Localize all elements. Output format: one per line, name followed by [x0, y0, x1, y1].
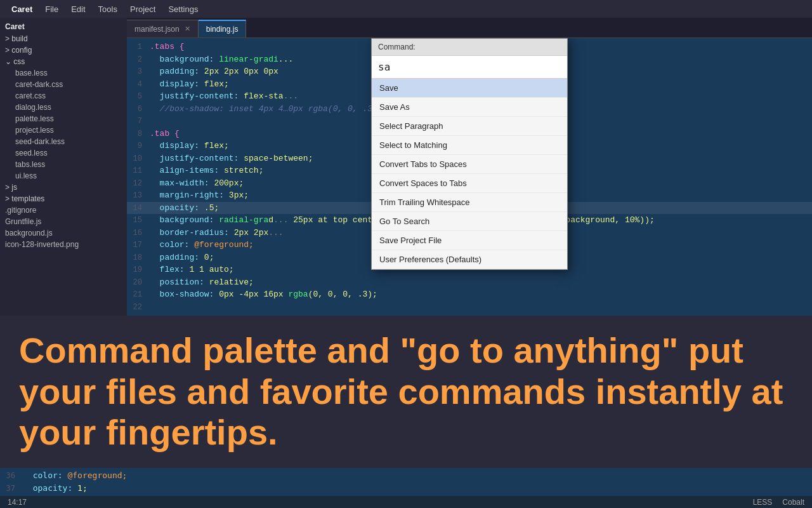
code-line-21: 21 box-shadow: 0px -4px 16px rgba(0, 0, …	[127, 288, 812, 301]
tab-label: binding.js	[206, 25, 239, 34]
sidebar-item-project-less[interactable]: project.less	[0, 124, 127, 136]
sidebar-item-base-less[interactable]: base.less	[0, 67, 127, 79]
sidebar-item-gruntfile[interactable]: Gruntfile.js	[0, 216, 127, 227]
sidebar-item-tabs-less[interactable]: tabs.less	[0, 159, 127, 170]
promo-section: Command palette and "go to anything" put…	[0, 316, 812, 468]
bottom-code-line-37: 37 opacity: 1;	[0, 482, 812, 495]
sidebar-item-ui-less[interactable]: ui.less	[0, 170, 127, 182]
cmd-item-go-to-search[interactable]: Go To Search	[372, 212, 567, 231]
command-palette[interactable]: Command: sa Save Save As Select Paragrap…	[371, 38, 568, 270]
sidebar: Caret > build > config ⌄ css base.less c…	[0, 18, 127, 316]
editor-panel: manifest.json ✕ binding.js 1 .tabs {	[127, 18, 812, 316]
status-left: 14:17	[8, 498, 27, 507]
tab-binding-js[interactable]: binding.js	[199, 20, 247, 37]
sidebar-item-gitignore[interactable]: .gitignore	[0, 204, 127, 216]
sidebar-item-caret-css[interactable]: caret.css	[0, 90, 127, 102]
sidebar-item-config[interactable]: > config	[0, 44, 127, 56]
app-name: Caret	[5, 2, 39, 17]
cmd-item-save-project-file[interactable]: Save Project File	[372, 231, 567, 250]
cmd-item-save-as[interactable]: Save As	[372, 98, 567, 117]
sidebar-item-dialog-less[interactable]: dialog.less	[0, 102, 127, 113]
status-bar: 14:17 LESS Cobalt	[0, 496, 812, 508]
sidebar-item-js[interactable]: > js	[0, 182, 127, 193]
sidebar-item-build[interactable]: > build	[0, 33, 127, 44]
menu-tools[interactable]: Tools	[92, 2, 124, 17]
editor-area: Caret > build > config ⌄ css base.less c…	[0, 18, 812, 316]
promo-text: Command palette and "go to anything" put…	[19, 330, 793, 453]
status-right: LESS Cobalt	[753, 498, 804, 507]
sidebar-item-caret-dark-css[interactable]: caret-dark.css	[0, 79, 127, 90]
sidebar-item-icon-png[interactable]: icon-128-inverted.png	[0, 239, 127, 250]
sidebar-item-background-js[interactable]: background.js	[0, 227, 127, 239]
sidebar-root[interactable]: Caret	[0, 20, 127, 33]
tab-close-icon[interactable]: ✕	[185, 25, 190, 33]
cmd-item-select-paragraph[interactable]: Select Paragraph	[372, 117, 567, 136]
menu-edit[interactable]: Edit	[65, 2, 91, 17]
menu-bar: Caret File Edit Tools Project Settings	[0, 0, 812, 18]
menu-settings[interactable]: Settings	[162, 2, 204, 17]
bottom-code-line-36: 36 color: @foreground;	[0, 469, 812, 482]
sidebar-item-palette-less[interactable]: palette.less	[0, 113, 127, 124]
tab-label: manifest.json	[134, 25, 180, 34]
cmd-item-convert-spaces-to-tabs[interactable]: Convert Spaces to Tabs	[372, 174, 567, 193]
sidebar-item-seed-dark-less[interactable]: seed-dark.less	[0, 136, 127, 147]
theme-indicator[interactable]: Cobalt	[782, 498, 804, 507]
main-layout: Caret > build > config ⌄ css base.less c…	[0, 18, 812, 508]
sidebar-item-css[interactable]: ⌄ css	[0, 56, 127, 67]
tab-manifest-json[interactable]: manifest.json ✕	[127, 20, 199, 37]
menu-project[interactable]: Project	[124, 2, 162, 17]
sidebar-item-templates[interactable]: > templates	[0, 193, 127, 204]
cursor-position: 14:17	[8, 498, 27, 507]
cmd-item-trim-trailing-whitespace[interactable]: Trim Trailing Whitespace	[372, 193, 567, 212]
command-palette-header: Command:	[372, 39, 567, 56]
cmd-item-save[interactable]: Save	[372, 79, 567, 98]
sidebar-item-seed-less[interactable]: seed.less	[0, 147, 127, 159]
menu-file[interactable]: File	[39, 2, 65, 17]
command-palette-input[interactable]: sa	[372, 56, 567, 79]
bottom-code-strip: 36 color: @foreground; 37 opacity: 1;	[0, 468, 812, 496]
cmd-item-select-to-matching[interactable]: Select to Matching	[372, 136, 567, 155]
cmd-item-convert-tabs-to-spaces[interactable]: Convert Tabs to Spaces	[372, 155, 567, 174]
code-line-20: 20 position: relative;	[127, 276, 812, 289]
language-indicator[interactable]: LESS	[753, 498, 773, 507]
editor-content[interactable]: 1 .tabs { 2 background: linear-gradi... …	[127, 38, 812, 316]
tab-bar: manifest.json ✕ binding.js	[127, 18, 812, 38]
code-line-22: 22	[127, 301, 812, 314]
cmd-item-user-preferences[interactable]: User Preferences (Defaults)	[372, 250, 567, 269]
